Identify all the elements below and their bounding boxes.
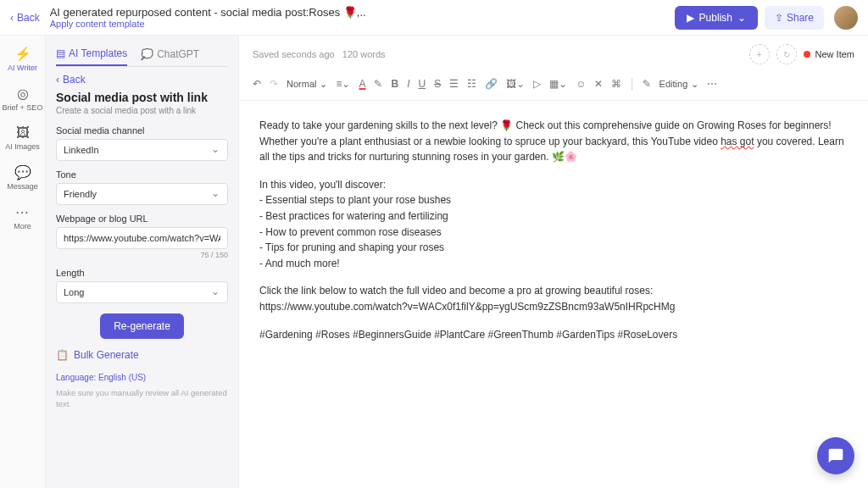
bullet-list-button[interactable]: ☰ bbox=[449, 78, 459, 90]
link-button[interactable]: 🔗 bbox=[485, 78, 498, 90]
back-label: Back bbox=[17, 12, 40, 24]
tone-select[interactable]: Friendly bbox=[56, 183, 228, 205]
rail-more[interactable]: ⋯More bbox=[14, 204, 31, 230]
bulk-label: Bulk Generate bbox=[74, 349, 139, 361]
tab-label: ChatGPT bbox=[157, 48, 199, 60]
panel-title: Social media post with link bbox=[56, 91, 228, 104]
new-item-chip[interactable]: New Item bbox=[804, 49, 854, 59]
url-counter: 75 / 150 bbox=[56, 251, 228, 259]
bulk-generate-link[interactable]: 📋 Bulk Generate bbox=[56, 349, 228, 361]
panel-back[interactable]: ‹ Back bbox=[56, 74, 228, 86]
rail-message[interactable]: 💬Message bbox=[7, 164, 38, 191]
bolt-icon: ⚡ bbox=[14, 46, 31, 62]
history-icon[interactable]: ↻ bbox=[776, 44, 797, 64]
length-select[interactable]: Long bbox=[56, 281, 228, 303]
language-link[interactable]: English (US) bbox=[98, 373, 146, 382]
publish-label: Publish bbox=[699, 12, 732, 24]
align-button[interactable]: ≡⌄ bbox=[336, 78, 350, 90]
list-item: - Essential steps to plant your rose bus… bbox=[259, 192, 848, 208]
editor-content[interactable]: Ready to take your gardening skills to t… bbox=[239, 101, 868, 371]
target-icon: ◎ bbox=[17, 86, 29, 102]
list-item: - Tips for pruning and shaping your rose… bbox=[259, 240, 848, 256]
rail-label: More bbox=[14, 222, 31, 230]
format-select[interactable]: Normal ⌄ bbox=[287, 79, 327, 90]
italic-button[interactable]: I bbox=[407, 78, 409, 90]
share-button[interactable]: ⇪ Share bbox=[765, 6, 824, 30]
chat-icon bbox=[827, 447, 844, 464]
rail-ai-images[interactable]: 🖼AI Images bbox=[5, 125, 40, 151]
channel-label: Social media channel bbox=[56, 125, 228, 136]
editing-mode-select[interactable]: Editing ⌄ bbox=[659, 79, 699, 90]
list-item: - Best practices for watering and fertil… bbox=[259, 208, 848, 225]
header-back[interactable]: ‹ Back bbox=[10, 12, 40, 24]
publish-button[interactable]: ▶ Publish ⌄ bbox=[675, 6, 758, 30]
intro-spellerror: has got bbox=[721, 136, 754, 147]
emoji-button[interactable]: ☺ bbox=[576, 78, 586, 90]
edit-mode-icon[interactable]: ✎ bbox=[643, 78, 651, 90]
language-row: Language: English (US) bbox=[56, 373, 228, 382]
code-button[interactable]: ⌘ bbox=[611, 78, 621, 90]
tab-chatgpt[interactable]: 💭 ChatGPT bbox=[141, 42, 199, 66]
strikethrough-button[interactable]: S bbox=[434, 78, 441, 90]
channel-select[interactable]: LinkedIn bbox=[56, 139, 228, 161]
table-button[interactable]: ▦⌄ bbox=[549, 78, 567, 90]
rail-brief-seo[interactable]: ◎Brief + SEO bbox=[3, 86, 43, 112]
length-label: Length bbox=[56, 268, 228, 278]
link-text: https://www.youtube.com/watch?v=WACx0f1f… bbox=[259, 299, 848, 315]
chat-fab[interactable] bbox=[817, 437, 854, 474]
video-button[interactable]: ▷ bbox=[533, 78, 541, 90]
text-color-button[interactable]: A bbox=[359, 78, 365, 90]
rail-label: AI Images bbox=[5, 142, 40, 151]
clear-format-button[interactable]: ✕ bbox=[594, 78, 603, 90]
warning-text: Make sure you manually review all AI gen… bbox=[56, 387, 228, 410]
rail-label: Message bbox=[7, 182, 38, 191]
tone-label: Tone bbox=[56, 169, 228, 180]
share-label: Share bbox=[787, 12, 814, 24]
list-item: - And much more! bbox=[259, 256, 848, 272]
red-dot-icon bbox=[804, 51, 810, 58]
more-icon: ⋯ bbox=[15, 204, 29, 220]
underline-button[interactable]: U bbox=[419, 78, 426, 90]
url-input[interactable] bbox=[56, 227, 228, 249]
message-icon: 💬 bbox=[14, 164, 31, 180]
more-toolbar-button[interactable]: ⋯ bbox=[707, 78, 717, 90]
page-title: AI generated repurposed content - social… bbox=[50, 6, 675, 19]
cta-text: Click the link below to watch the full v… bbox=[259, 283, 848, 299]
redo-button[interactable]: ↷ bbox=[270, 78, 278, 90]
rail-label: Brief + SEO bbox=[3, 103, 43, 112]
avatar[interactable] bbox=[834, 6, 858, 30]
panel-desc: Create a social media post with a link bbox=[56, 106, 228, 115]
chip-label: New Item bbox=[815, 49, 854, 59]
regenerate-button[interactable]: Re-generate bbox=[100, 313, 184, 339]
image-icon: 🖼 bbox=[16, 125, 30, 141]
rail-label: AI Writer bbox=[8, 64, 37, 72]
list-item: - How to prevent common rose diseases bbox=[259, 225, 848, 241]
url-label: Webpage or blog URL bbox=[56, 214, 228, 224]
undo-button[interactable]: ↶ bbox=[253, 78, 261, 90]
tab-label: AI Templates bbox=[69, 47, 127, 59]
highlight-button[interactable]: ✎ bbox=[374, 78, 382, 90]
apply-template-link[interactable]: Apply content template bbox=[50, 19, 675, 29]
image-button[interactable]: 🖼⌄ bbox=[506, 78, 525, 90]
add-user-icon[interactable]: + bbox=[749, 44, 770, 64]
save-status: Saved seconds ago 120 words bbox=[253, 49, 386, 59]
numbered-list-button[interactable]: ☷ bbox=[467, 78, 476, 90]
tab-ai-templates[interactable]: ▤ AI Templates bbox=[56, 42, 127, 66]
hashtags-text: #Gardening #Roses #BeginnersGuide #Plant… bbox=[259, 327, 848, 343]
discover-label: In this video, you'll discover: bbox=[259, 177, 848, 193]
bold-button[interactable]: B bbox=[391, 78, 398, 90]
back-label: Back bbox=[63, 74, 86, 86]
rail-ai-writer[interactable]: ⚡AI Writer bbox=[8, 46, 37, 72]
